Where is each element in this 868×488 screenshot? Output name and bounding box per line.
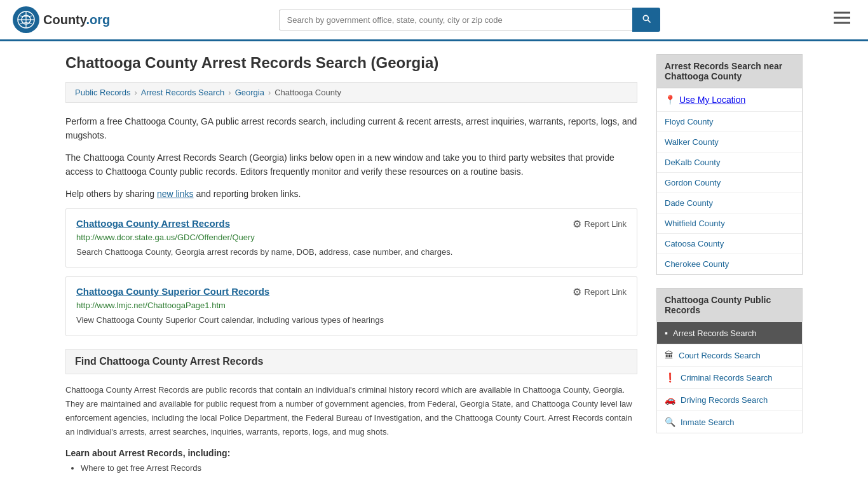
nearby-county-link[interactable]: Catoosa County bbox=[665, 239, 724, 248]
nearby-list: 📍 Use My Location Floyd County Walker Co… bbox=[656, 88, 803, 275]
use-location-link[interactable]: Use My Location bbox=[679, 95, 745, 105]
resource-card-header: Chattooga County Superior Court Records … bbox=[76, 286, 627, 298]
resource-desc: View Chattooga County Superior Court cal… bbox=[76, 314, 627, 327]
description-para3: Help others by sharing new links and rep… bbox=[65, 187, 637, 201]
resource-title[interactable]: Chattooga County Arrest Records bbox=[76, 218, 230, 229]
breadcrumb-georgia[interactable]: Georgia bbox=[235, 88, 264, 97]
breadcrumb-public-records[interactable]: Public Records bbox=[75, 88, 130, 97]
pub-records-link[interactable]: Arrest Records Search bbox=[673, 329, 757, 338]
nearby-county-link[interactable]: DeKalb County bbox=[665, 158, 720, 167]
breadcrumb-sep-3: › bbox=[268, 88, 271, 97]
nearby-section: Arrest Records Search near Chattooga Cou… bbox=[656, 54, 803, 275]
pub-records-link[interactable]: Driving Records Search bbox=[681, 395, 768, 405]
learn-heading: Learn about Arrest Records, including: bbox=[65, 448, 637, 458]
nearby-county-link[interactable]: Gordon County bbox=[665, 178, 721, 187]
pub-records-icon: ▪ bbox=[665, 328, 668, 338]
pub-records-item[interactable]: ▪ Arrest Records Search bbox=[657, 322, 802, 344]
resource-desc: Search Chattooga County, Georgia arrest … bbox=[76, 246, 627, 259]
nearby-county-link[interactable]: Cherokee County bbox=[665, 259, 729, 269]
resource-card: Chattooga County Arrest Records ⚙ Report… bbox=[65, 208, 637, 268]
breadcrumb-sep-1: › bbox=[134, 88, 137, 97]
pub-records-item[interactable]: 🏛 Court Records Search bbox=[657, 344, 802, 367]
nearby-county-item[interactable]: Cherokee County bbox=[657, 254, 802, 274]
use-location[interactable]: 📍 Use My Location bbox=[657, 88, 802, 112]
description-para2: The Chattooga County Arrest Records Sear… bbox=[65, 151, 637, 179]
bullet-item: Where to get free Arrest Records bbox=[81, 463, 637, 473]
pub-records-icon: 🔍 bbox=[665, 417, 675, 427]
nearby-county-item[interactable]: Floyd County bbox=[657, 112, 802, 132]
search-bar bbox=[279, 8, 660, 32]
pub-records-icon: ❗ bbox=[665, 372, 675, 383]
find-section-body: Chattooga County Arrest Records are publ… bbox=[65, 383, 637, 439]
breadcrumb-sep-2: › bbox=[228, 88, 231, 97]
pub-records-link[interactable]: Inmate Search bbox=[681, 417, 735, 427]
pub-records-icon: 🚗 bbox=[665, 395, 675, 405]
public-records-title: Chattooga County Public Records bbox=[656, 288, 803, 322]
new-links-link[interactable]: new links bbox=[157, 189, 194, 199]
location-icon: 📍 bbox=[665, 95, 675, 105]
pub-records-link[interactable]: Court Records Search bbox=[679, 351, 761, 360]
page-title: Chattooga County Arrest Records Search (… bbox=[65, 54, 637, 72]
bullets-list: Where to get free Arrest Records bbox=[65, 463, 637, 473]
pub-records-list: ▪ Arrest Records Search 🏛 Court Records … bbox=[656, 322, 803, 433]
nearby-county-link[interactable]: Dade County bbox=[665, 198, 713, 208]
resource-card: Chattooga County Superior Court Records … bbox=[65, 276, 637, 336]
main-container: Chattooga County Arrest Records Search (… bbox=[53, 41, 815, 488]
nearby-county-item[interactable]: Catoosa County bbox=[657, 234, 802, 254]
search-input[interactable] bbox=[279, 10, 632, 30]
report-icon: ⚙ bbox=[573, 218, 581, 230]
pub-records-icon: 🏛 bbox=[665, 350, 674, 360]
nearby-county-link[interactable]: Floyd County bbox=[665, 117, 714, 126]
resource-card-header: Chattooga County Arrest Records ⚙ Report… bbox=[76, 218, 627, 230]
search-button[interactable] bbox=[632, 8, 660, 32]
nearby-county-item[interactable]: Whitfield County bbox=[657, 214, 802, 234]
nearby-county-item[interactable]: Dade County bbox=[657, 193, 802, 214]
nearby-counties: Floyd County Walker County DeKalb County… bbox=[657, 112, 802, 274]
content-area: Chattooga County Arrest Records Search (… bbox=[65, 54, 637, 475]
report-link[interactable]: ⚙ Report Link bbox=[573, 286, 627, 298]
nearby-county-item[interactable]: Walker County bbox=[657, 132, 802, 152]
resource-url[interactable]: http://www.dcor.state.ga.us/GDC/Offender… bbox=[76, 233, 627, 242]
logo-text: County.org bbox=[43, 13, 110, 27]
resources-container: Chattooga County Arrest Records ⚙ Report… bbox=[65, 208, 637, 336]
nearby-county-link[interactable]: Walker County bbox=[665, 137, 719, 147]
nearby-county-item[interactable]: Gordon County bbox=[657, 173, 802, 193]
nearby-title: Arrest Records Search near Chattooga Cou… bbox=[656, 54, 803, 88]
resource-title[interactable]: Chattooga County Superior Court Records bbox=[76, 286, 269, 297]
pub-records-item[interactable]: ❗ Criminal Records Search bbox=[657, 367, 802, 389]
logo[interactable]: County.org bbox=[13, 6, 110, 33]
report-icon: ⚙ bbox=[573, 286, 581, 298]
find-section-heading: Find Chattooga County Arrest Records bbox=[65, 349, 637, 374]
sidebar: Arrest Records Search near Chattooga Cou… bbox=[656, 54, 803, 475]
public-records-section: Chattooga County Public Records ▪ Arrest… bbox=[656, 288, 803, 433]
report-link[interactable]: ⚙ Report Link bbox=[573, 218, 627, 230]
pub-records-item[interactable]: 🔍 Inmate Search bbox=[657, 411, 802, 433]
breadcrumb: Public Records › Arrest Records Search ›… bbox=[65, 82, 637, 103]
nearby-county-item[interactable]: DeKalb County bbox=[657, 152, 802, 173]
pub-records-item[interactable]: 🚗 Driving Records Search bbox=[657, 389, 802, 411]
logo-icon bbox=[13, 6, 39, 33]
breadcrumb-arrest-records[interactable]: Arrest Records Search bbox=[141, 88, 225, 97]
description-para1: Perform a free Chattooga County, GA publ… bbox=[65, 114, 637, 143]
resource-url[interactable]: http://www.lmjc.net/ChattoogaPage1.htm bbox=[76, 301, 627, 310]
pub-records-link[interactable]: Criminal Records Search bbox=[681, 373, 773, 383]
nearby-county-link[interactable]: Whitfield County bbox=[665, 219, 725, 228]
menu-button[interactable] bbox=[829, 8, 855, 31]
site-header: County.org bbox=[0, 0, 868, 41]
breadcrumb-current: Chattooga County bbox=[275, 88, 341, 97]
